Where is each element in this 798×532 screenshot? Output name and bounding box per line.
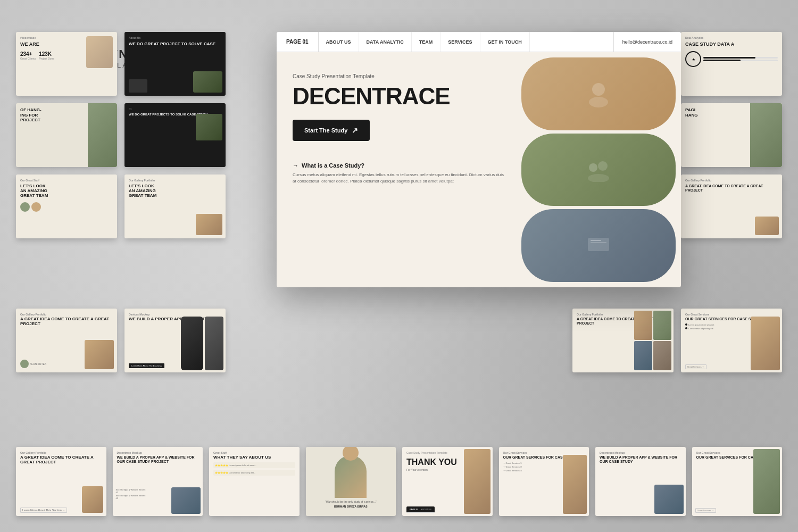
start-btn-label: Start The Study <box>304 127 347 134</box>
bottom-slide-app2[interactable]: Decentrace Mockup WE BUILD A PROPER APP … <box>595 447 686 516</box>
nav-email: hello@decentrace.co.id <box>613 32 681 52</box>
svg-point-9 <box>598 161 608 171</box>
thumb-services-right[interactable]: Our Great Services OUR GREAT SERVICES FO… <box>681 309 782 372</box>
svg-rect-13 <box>591 242 606 243</box>
thumb-great-project-right[interactable]: Our Gallery Portfolio A GREAT IDEA COME … <box>572 309 674 372</box>
main-featured-slide: PAGE 01 ABOUT US DATA ANALYTIC TEAM SERV… <box>277 32 681 287</box>
bottom-slide-thankyou[interactable]: Case Study Presentation Template THANK Y… <box>402 447 493 516</box>
bottom-slide-3[interactable]: Great Stuff WHAT THEY SAY ABOUT US ⭐⭐⭐⭐⭐… <box>209 447 300 516</box>
middle-right-extra: Our Gallery Portfolio A GREAT IDEA COME … <box>572 309 782 372</box>
bottom-slide-services2[interactable]: Our Great Services OUR GREAT SERVICES FO… <box>692 447 783 516</box>
nav-about[interactable]: ABOUT US <box>319 32 359 52</box>
bottom-slide-2[interactable]: Decentrace Mockup WE BUILD A PROPER APP … <box>113 447 203 516</box>
bottom-slide-person[interactable]: "War should be the only study of a princ… <box>306 447 396 516</box>
nav-team[interactable]: TEAM <box>412 32 441 52</box>
slide-main-title: DECENTRACE <box>293 85 505 108</box>
svg-point-10 <box>588 174 609 182</box>
nav-contact[interactable]: GET IN TOUCH <box>480 32 530 52</box>
thumb-team-left[interactable]: Our Great Staff LET'S LOOKAN AMAZINGGREA… <box>16 174 117 238</box>
slide-left-content: Case Study Presentation Template DECENTR… <box>277 52 521 287</box>
slide-nav: PAGE 01 ABOUT US DATA ANALYTIC TEAM SERV… <box>277 32 681 52</box>
svg-point-8 <box>589 163 597 172</box>
slide-subtitle: Case Study Presentation Template <box>293 73 505 79</box>
start-study-button[interactable]: Start The Study ↗ <box>293 120 370 141</box>
svg-rect-12 <box>591 240 601 241</box>
case-study-arrow: → What is a Case Study? <box>293 162 505 169</box>
thumb-case-data[interactable]: Data Analytics CASE STUDY DATA A ★ <box>681 32 782 96</box>
thumb-great-idea-small[interactable]: Our Gallery Portfolio LET'S LOOKAN AMAZI… <box>124 174 226 238</box>
case-study-body-text: Cursus metus aliquam eleifend mi. Egesta… <box>293 172 505 185</box>
slide-photo-2 <box>521 134 676 206</box>
nav-services[interactable]: SERVICES <box>440 32 480 52</box>
bottom-thumbnail-row: Our Gallery Portfolio A GREAT IDEA COME … <box>16 447 782 516</box>
slide-body: Case Study Presentation Template DECENTR… <box>277 52 681 287</box>
svg-rect-11 <box>588 238 609 251</box>
bottom-slide-1[interactable]: Our Gallery Portfolio A GREAT IDEA COME … <box>16 447 106 516</box>
thumb-solve-case[interactable]: 01 WE DO GREAT PROJECTS TO SOLVE CASE ST… <box>124 103 226 167</box>
thumb-stats[interactable]: #decentrace WE ARE 234+ Great Clients 12… <box>16 32 117 96</box>
svg-point-7 <box>589 97 608 107</box>
slide-photo-3 <box>521 209 676 282</box>
case-study-section: → What is a Case Study? Cursus metus ali… <box>293 162 505 185</box>
thumb-great-idea-bottom[interactable]: Our Gallery Portfolio A GREAT IDEA COME … <box>16 309 117 372</box>
thumb-great-idea-right[interactable]: Our Gallery Portfolio A GREAT IDEA COME … <box>681 174 782 238</box>
bottom-slide-services1[interactable]: Our Great Services OUR GREAT SERVICES FO… <box>499 447 589 516</box>
slide-photo-1 <box>521 57 676 130</box>
case-study-title: What is a Case Study? <box>302 162 364 169</box>
thumb-hanging[interactable]: OF HANG-ING FORPROJECT <box>16 103 117 167</box>
thumb-great-project[interactable]: About Us WE DO GREAT PROJECT TO SOLVE CA… <box>124 32 226 96</box>
nav-page-label: PAGE 01 <box>277 32 319 52</box>
slide-right-photos <box>521 52 681 287</box>
nav-data[interactable]: DATA ANALYTIC <box>359 32 412 52</box>
thumb-pagi-hang[interactable]: PAGIHANG <box>681 103 782 167</box>
left-thumbnail-grid: #decentrace WE ARE 234+ Great Clients 12… <box>16 32 226 238</box>
start-btn-arrow-icon: ↗ <box>352 126 358 135</box>
svg-point-6 <box>592 83 605 96</box>
middle-extra-row: Our Gallery Portfolio A GREAT IDEA COME … <box>16 309 226 372</box>
thumb-devices-mockup[interactable]: Devices Mockup WE BUILD A PROPER APP & W… <box>124 309 226 372</box>
